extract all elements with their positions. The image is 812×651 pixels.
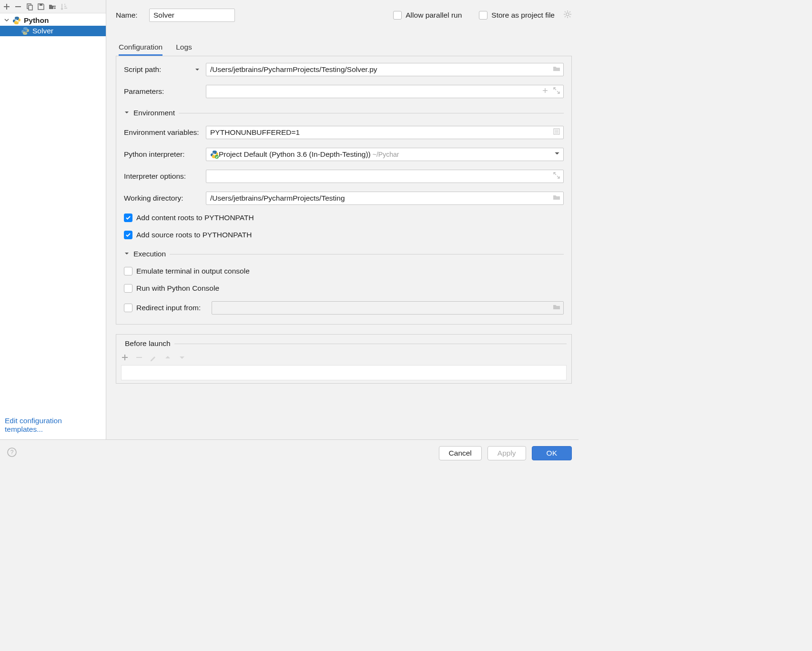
plus-icon[interactable] [541,87,549,96]
store-project-label: Store as project file [491,11,555,20]
folder-config-icon[interactable] [49,3,56,10]
python-icon [210,150,219,159]
svg-rect-2 [40,4,42,6]
sort-config-icon [60,3,68,10]
configuration-tree[interactable]: Python Solver [0,13,106,415]
move-up-icon [164,354,172,363]
tabs: Configuration Logs [116,43,572,56]
working-dir-input[interactable]: /Users/jetbrains/PycharmProjects/Testing [206,192,564,205]
edit-templates-link[interactable]: Edit configuration templates... [5,417,62,433]
parameters-label: Parameters: [124,87,164,96]
working-dir-label: Working directory: [124,194,183,203]
remove-task-icon [135,354,143,363]
checkbox-icon [124,284,132,293]
tree-group-python[interactable]: Python [0,15,106,26]
checkbox-icon [124,267,132,275]
python-icon [12,16,21,25]
expand-icon[interactable] [553,87,560,96]
interpreter-select[interactable]: Project Default (Python 3.6 (In-Depth-Te… [206,148,564,161]
checkbox-icon [479,11,487,20]
tab-logs[interactable]: Logs [176,43,192,56]
remove-config-icon[interactable] [14,3,22,10]
parameters-input[interactable] [206,85,564,98]
copy-config-icon[interactable] [26,3,33,10]
redirect-input-checkbox[interactable]: Redirect input from: [124,304,206,312]
dropdown-icon [194,67,200,72]
dialog-footer: ? Cancel Apply OK [0,439,579,466]
move-down-icon [178,354,186,363]
redirect-input-field [212,301,564,315]
svg-rect-1 [29,5,32,10]
allow-parallel-label: Allow parallel run [406,11,462,20]
svg-point-4 [566,13,569,16]
before-launch-panel: Before launch [116,334,572,384]
execution-section[interactable]: Execution [124,250,564,258]
interp-options-input[interactable] [206,170,564,183]
env-vars-label: Environment variables: [124,128,199,137]
checkbox-checked-icon [124,214,132,222]
add-config-icon[interactable] [3,3,10,10]
add-task-icon[interactable] [121,354,129,363]
run-python-console-checkbox[interactable]: Run with Python Console [124,284,564,293]
env-vars-input[interactable]: PYTHONUNBUFFERED=1 [206,126,564,139]
svg-text:?: ? [10,449,14,456]
sidebar-toolbar [0,0,106,13]
store-project-checkbox[interactable]: Store as project file [479,11,555,20]
before-launch-list[interactable] [121,365,567,380]
list-icon[interactable] [553,128,560,137]
ok-button[interactable]: OK [532,446,572,460]
tree-item-label: Solver [32,27,53,35]
checkbox-icon [124,304,132,312]
configuration-panel: Script path: /Users/jetbrains/PycharmPro… [116,56,572,325]
tree-item-solver[interactable]: Solver [0,26,106,36]
help-icon[interactable]: ? [7,447,17,459]
gear-icon[interactable] [563,10,572,20]
interpreter-label: Python interpreter: [124,150,185,159]
emulate-terminal-checkbox[interactable]: Emulate terminal in output console [124,267,564,275]
script-path-input[interactable]: /Users/jetbrains/PycharmProjects/Testing… [206,63,564,76]
folder-icon[interactable] [553,65,560,74]
before-launch-section[interactable]: Before launch [121,337,567,352]
name-label: Name: [116,11,141,20]
interp-options-label: Interpreter options: [124,172,186,181]
tree-group-label: Python [24,16,49,25]
folder-icon[interactable] [553,303,560,313]
edit-task-icon [150,354,157,363]
add-source-roots-checkbox[interactable]: Add source roots to PYTHONPATH [124,231,564,239]
environment-section[interactable]: Environment [124,109,564,117]
tab-configuration[interactable]: Configuration [119,43,162,56]
allow-parallel-checkbox[interactable]: Allow parallel run [393,11,462,20]
python-icon [21,27,30,35]
expand-icon[interactable] [553,172,560,181]
chevron-down-icon [124,109,130,117]
checkbox-icon [393,11,402,20]
apply-button[interactable]: Apply [487,446,526,460]
dropdown-icon [554,150,560,159]
svg-point-6 [215,155,219,159]
folder-icon[interactable] [553,193,560,203]
configurations-sidebar: Python Solver Edit configuration templat… [0,0,106,439]
cancel-button[interactable]: Cancel [439,446,482,460]
checkbox-checked-icon [124,231,132,239]
script-path-label[interactable]: Script path: [124,65,200,74]
save-config-icon[interactable] [37,3,45,10]
add-content-roots-checkbox[interactable]: Add content roots to PYTHONPATH [124,214,564,222]
chevron-down-icon [124,250,130,258]
chevron-down-icon [4,16,10,25]
name-input[interactable]: Solver [149,9,235,22]
